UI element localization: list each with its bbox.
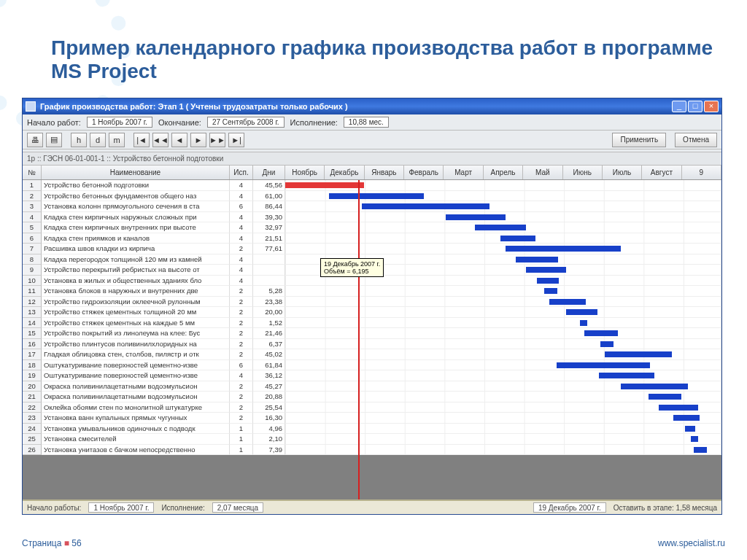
- grid-body: 19 Декабрь 2007 г.Объём = 6,195 1Устройс…: [23, 180, 721, 499]
- col-month[interactable]: Май: [523, 166, 562, 179]
- cell-isp: 1: [230, 424, 253, 435]
- table-row[interactable]: 3Установка колонн прямоугольного сечения…: [23, 201, 721, 212]
- gantt-bar[interactable]: [537, 278, 559, 284]
- gantt-bar[interactable]: [580, 320, 587, 326]
- nav-last-button[interactable]: ►|: [228, 133, 244, 147]
- gantt-bar[interactable]: [329, 193, 424, 199]
- gantt-bar[interactable]: [446, 214, 506, 220]
- cell-name: Устройство бетонных фундаментов общего н…: [42, 191, 230, 202]
- col-dni[interactable]: Дни: [253, 166, 285, 179]
- nav-first-button[interactable]: |◄: [133, 133, 150, 147]
- table-row[interactable]: 21Окраска поливинилацетатными водоэмульс…: [23, 392, 721, 402]
- apply-button[interactable]: Применить: [612, 133, 666, 147]
- col-month[interactable]: Апрель: [484, 166, 523, 179]
- col-month[interactable]: Март: [444, 166, 483, 179]
- cell-gantt: [285, 307, 721, 318]
- cell-name: Оклейка обоями стен по монолитной штукат…: [42, 402, 230, 413]
- nav-next-button[interactable]: ►: [190, 133, 206, 147]
- table-row[interactable]: 26Установка унитазов с бачком непосредст…: [23, 445, 721, 456]
- scale-m-button[interactable]: m: [109, 133, 125, 147]
- col-month[interactable]: Январь: [365, 166, 404, 179]
- scale-h-button[interactable]: h: [71, 133, 87, 147]
- scale-d-button[interactable]: d: [90, 133, 106, 147]
- maximize-button[interactable]: □: [688, 101, 703, 112]
- col-name[interactable]: Наименование: [42, 166, 230, 179]
- gantt-bar[interactable]: [599, 373, 654, 378]
- gantt-bar[interactable]: [526, 267, 566, 273]
- gantt-bar[interactable]: [549, 299, 586, 305]
- gantt-bar[interactable]: [673, 415, 700, 421]
- cell-num: 17: [23, 349, 42, 360]
- table-row[interactable]: 20Окраска поливинилацетатными водоэмульс…: [23, 381, 721, 392]
- gantt-bar[interactable]: [544, 288, 557, 294]
- nav-next2-button[interactable]: ►►: [209, 133, 225, 147]
- table-row[interactable]: 11Установка блоков в наружных и внутренн…: [23, 286, 721, 297]
- col-month[interactable]: Август: [642, 166, 681, 179]
- cell-dni: 36,12: [253, 370, 285, 381]
- cancel-button[interactable]: Отмена: [675, 133, 717, 147]
- cell-dni: 61,00: [253, 191, 285, 202]
- table-row[interactable]: 23Установка ванн купальных прямых чугунн…: [23, 413, 721, 424]
- gantt-bar[interactable]: [691, 436, 698, 442]
- table-row[interactable]: 4Кладка стен кирпичных наружных сложных …: [23, 212, 721, 223]
- table-row[interactable]: 24Установка умывальников одиночных с под…: [23, 424, 721, 435]
- gantt-bar[interactable]: [685, 426, 695, 432]
- col-isp[interactable]: Исп.: [230, 166, 253, 179]
- col-month[interactable]: Июль: [603, 166, 642, 179]
- table-row[interactable]: 6Кладка стен приямков и каналов421,51: [23, 233, 721, 244]
- cell-name: Оштукатуривание поверхностей цементно-из…: [42, 360, 230, 371]
- nav-prev2-button[interactable]: ◄◄: [152, 133, 169, 147]
- gantt-bar[interactable]: [516, 257, 558, 262]
- export-button[interactable]: ▤: [46, 133, 62, 147]
- table-row[interactable]: 25Установка смесителей12,10: [23, 434, 721, 445]
- col-month[interactable]: 9: [682, 166, 721, 179]
- gantt-bar[interactable]: [557, 362, 650, 368]
- gantt-bar[interactable]: [475, 225, 526, 230]
- table-row[interactable]: 18Оштукатуривание поверхностей цементно-…: [23, 360, 721, 371]
- end-field[interactable]: 27 Сентябрь 2008 г.: [207, 117, 285, 128]
- cell-gantt: [285, 392, 721, 402]
- table-row[interactable]: 16Устройство плинтусов поливинилхлоридны…: [23, 339, 721, 350]
- gantt-bar[interactable]: [506, 246, 621, 252]
- gantt-bar[interactable]: [694, 447, 707, 453]
- table-row[interactable]: 1Устройство бетонной подготовки445,56: [23, 180, 721, 191]
- minimize-button[interactable]: _: [672, 101, 686, 112]
- col-month[interactable]: Февраль: [404, 166, 444, 179]
- start-field[interactable]: 1 Ноябрь 2007 г.: [87, 117, 152, 128]
- cell-dni: 45,02: [253, 349, 285, 360]
- gantt-bar[interactable]: [659, 405, 698, 411]
- col-month[interactable]: Ноябрь: [285, 166, 325, 179]
- gantt-bar[interactable]: [362, 203, 489, 209]
- table-row[interactable]: 19Оштукатуривание поверхностей цементно-…: [23, 370, 721, 381]
- blank-area: [23, 455, 721, 499]
- cell-num: 20: [23, 381, 42, 392]
- close-button[interactable]: ×: [704, 101, 719, 112]
- cell-name: Установка в жилых и общественных зданиях…: [42, 276, 230, 287]
- cell-num: 5: [23, 222, 42, 233]
- nav-prev-button[interactable]: ◄: [171, 133, 187, 147]
- gantt-bar[interactable]: [566, 309, 597, 315]
- gantt-bar[interactable]: [500, 236, 535, 241]
- table-row[interactable]: 5Кладка стен кирпичных внутренних при вы…: [23, 222, 721, 233]
- cell-isp: 1: [230, 434, 253, 445]
- table-row[interactable]: 2Устройство бетонных фундаментов общего …: [23, 191, 721, 202]
- col-num[interactable]: №: [23, 166, 42, 179]
- cell-num: 11: [23, 286, 42, 297]
- gantt-bar[interactable]: [605, 351, 672, 357]
- app-icon: [26, 101, 36, 112]
- table-row[interactable]: 14Устройство стяжек цементных на каждые …: [23, 318, 721, 329]
- gantt-bar[interactable]: [285, 182, 364, 188]
- table-row[interactable]: 17Гладкая облицовка стен, столбов, пиляс…: [23, 349, 721, 360]
- table-row[interactable]: 15Устройство покрытий из линолеума на кл…: [23, 328, 721, 339]
- table-row[interactable]: 22Оклейка обоями стен по монолитной штук…: [23, 402, 721, 413]
- gantt-bar[interactable]: [649, 394, 681, 400]
- gantt-bar[interactable]: [621, 384, 688, 389]
- gantt-bar[interactable]: [584, 330, 618, 336]
- col-month[interactable]: Июнь: [563, 166, 603, 179]
- table-row[interactable]: 13Устройство стяжек цементных толщиной 2…: [23, 307, 721, 318]
- print-button[interactable]: 🖶: [27, 133, 43, 147]
- col-month[interactable]: Декабрь: [325, 166, 364, 179]
- gantt-bar[interactable]: [600, 341, 614, 347]
- table-row[interactable]: 12Устройство гидроизоляции оклеечной рул…: [23, 297, 721, 308]
- table-row[interactable]: 7Расшивка швов кладки из кирпича277,61: [23, 244, 721, 254]
